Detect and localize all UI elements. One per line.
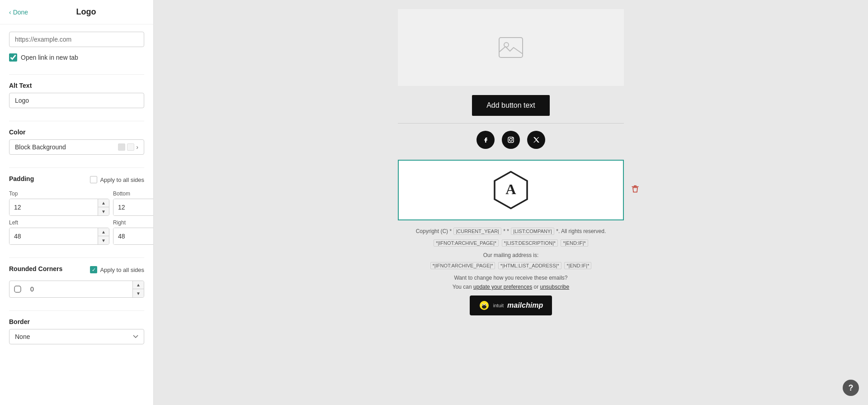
- done-button[interactable]: ‹ Done: [9, 9, 28, 16]
- rounded-section: Rounded Corners ✓ Apply to all sides ▲: [9, 263, 144, 298]
- top-up-btn[interactable]: ▲: [98, 199, 109, 207]
- rounded-input[interactable]: [26, 283, 132, 295]
- rounded-up-btn[interactable]: ▲: [133, 281, 144, 289]
- check-icon: ✓: [92, 267, 96, 273]
- done-label: Done: [13, 9, 28, 16]
- mailchimp-badge-container: intuit mailchimp: [398, 295, 624, 315]
- footer-area: Copyright (C) * |CURRENT_YEAR| * * |LIST…: [398, 228, 624, 315]
- rounded-label: Rounded Corners: [9, 265, 62, 272]
- alt-text-label: Alt Text: [9, 82, 144, 89]
- svg-rect-0: [14, 286, 21, 292]
- svg-rect-1: [499, 38, 523, 57]
- chevron-left-icon: ‹: [9, 9, 11, 16]
- color-section: Color Block Background ›: [9, 127, 144, 162]
- list-company-tag: |LIST:COMPANY|: [511, 228, 554, 235]
- top-input[interactable]: [9, 199, 98, 215]
- svg-point-9: [482, 305, 486, 309]
- top-stepper: ▲ ▼: [98, 199, 109, 215]
- cta-button[interactable]: Add button text: [472, 95, 550, 116]
- instagram-icon[interactable]: [502, 131, 520, 149]
- you-can-text: You can: [453, 284, 472, 290]
- unsubscribe-link[interactable]: unsubscribe: [540, 284, 570, 290]
- left-down-btn[interactable]: ▼: [98, 236, 109, 244]
- block-background-label: Block Background: [15, 143, 66, 151]
- mailchimp-badge: intuit mailchimp: [470, 295, 552, 315]
- border-label: Border: [9, 318, 144, 325]
- panel-title: Logo: [28, 7, 144, 17]
- facebook-icon[interactable]: [476, 131, 495, 149]
- open-new-tab-checkbox[interactable]: [9, 53, 17, 62]
- copyright-line: Copyright (C) * |CURRENT_YEAR| * * |LIST…: [398, 228, 624, 235]
- change-receive-line: Want to change how you receive these ema…: [398, 275, 624, 281]
- svg-point-12: [482, 304, 483, 305]
- end-if-tag-2: *|END:IF|*: [564, 262, 591, 269]
- top-down-btn[interactable]: ▼: [98, 207, 109, 215]
- top-input-wrapper: ▲ ▼: [9, 199, 109, 216]
- trash-icon: [630, 184, 640, 194]
- hexagon-logo: A: [491, 170, 531, 210]
- right-input[interactable]: [113, 228, 154, 244]
- divider-3: [9, 167, 144, 168]
- panel-content: Open link in new tab Alt Text Color Bloc…: [0, 24, 153, 359]
- bottom-label: Bottom: [113, 191, 154, 197]
- rounded-apply-all-label: Apply to all sides: [100, 267, 144, 273]
- bottom-input-wrapper: ▲ ▼: [113, 199, 154, 216]
- content-divider: [398, 123, 624, 124]
- left-label: Left: [9, 219, 109, 226]
- top-label: Top: [9, 191, 109, 197]
- mailchimp-chimp-icon: [479, 300, 490, 311]
- padding-label: Padding: [9, 175, 34, 182]
- or-text: or: [533, 284, 538, 290]
- swatch-lighter: [127, 143, 134, 151]
- open-new-tab-row: Open link in new tab: [9, 53, 144, 62]
- rounded-input-wrapper: ▲ ▼: [9, 281, 144, 298]
- border-select[interactable]: None Solid Dashed Dotted: [9, 329, 144, 344]
- rounded-corners-icon: [9, 285, 26, 293]
- panel-header: ‹ Done Logo: [0, 0, 153, 24]
- mailing-tags-line: *|IFNOT:ARCHIVE_PAGE|* *|HTML:LIST_ADDRE…: [398, 261, 624, 269]
- preview-container: Add button text: [357, 0, 665, 405]
- update-preferences-link[interactable]: update your preferences: [473, 284, 532, 290]
- delete-block-button[interactable]: [628, 182, 642, 198]
- mailing-address-line: Our mailing address is:: [398, 252, 624, 258]
- end-if-tag: *|END:IF|*: [561, 239, 588, 247]
- svg-point-2: [504, 43, 509, 47]
- divider-2: [9, 121, 144, 121]
- padding-header: Padding Apply to all sides: [9, 173, 144, 186]
- bottom-input[interactable]: [113, 199, 154, 215]
- left-field: Left ▲ ▼: [9, 219, 109, 245]
- chevron-right-icon: ›: [136, 143, 138, 151]
- top-field: Top ▲ ▼: [9, 191, 109, 216]
- url-input[interactable]: [9, 32, 144, 47]
- logo-block[interactable]: A: [398, 160, 624, 220]
- help-button[interactable]: ?: [843, 380, 859, 396]
- left-input[interactable]: [9, 228, 98, 244]
- ifnot-archive-tag-2: *|IFNOT:ARCHIVE_PAGE|*: [430, 262, 495, 269]
- rounded-apply-all-row: ✓ Apply to all sides: [90, 266, 144, 273]
- divider-1: [9, 74, 144, 75]
- left-up-btn[interactable]: ▲: [98, 228, 109, 236]
- right-label: Right: [113, 219, 154, 226]
- divider-5: [9, 310, 144, 311]
- left-input-wrapper: ▲ ▼: [9, 228, 109, 245]
- svg-point-13: [485, 304, 486, 305]
- logo-block-wrapper: A: [398, 160, 624, 220]
- current-year-tag: |CURRENT_YEAR|: [453, 228, 501, 235]
- rounded-down-btn[interactable]: ▼: [133, 289, 144, 297]
- swatch-light: [118, 143, 125, 151]
- padding-apply-all-checkbox[interactable]: [90, 176, 97, 183]
- rounded-stepper: ▲ ▼: [132, 281, 144, 297]
- archive-tags-line: *|IFNOT:ARCHIVE_PAGE|* *|LIST:DESCRIPTIO…: [398, 238, 624, 247]
- color-label: Color: [9, 129, 144, 136]
- left-panel: ‹ Done Logo Open link in new tab Alt Tex…: [0, 0, 154, 405]
- divider-4: [9, 257, 144, 258]
- border-section: Border None Solid Dashed Dotted: [9, 316, 144, 344]
- image-placeholder-icon: [498, 37, 524, 58]
- rounded-header: Rounded Corners ✓ Apply to all sides: [9, 263, 144, 276]
- x-twitter-icon[interactable]: [527, 131, 545, 149]
- url-input-container: [9, 32, 144, 47]
- image-block[interactable]: [398, 9, 624, 86]
- color-selector[interactable]: Block Background ›: [9, 139, 144, 155]
- alt-text-input[interactable]: [9, 93, 144, 108]
- rounded-apply-all-checkbox[interactable]: ✓: [90, 266, 97, 273]
